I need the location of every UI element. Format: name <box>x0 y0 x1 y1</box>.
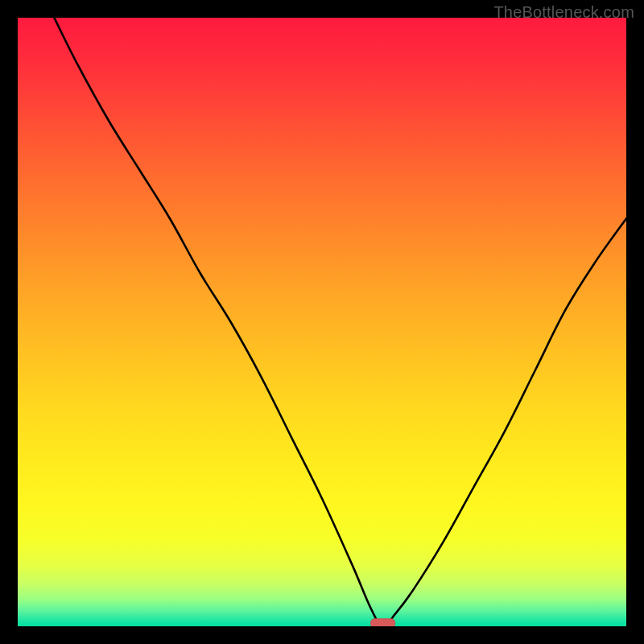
bottleneck-curve <box>54 18 626 626</box>
plot-area <box>18 18 626 626</box>
minimum-marker <box>370 619 394 626</box>
watermark-text: TheBottleneck.com <box>493 3 634 22</box>
curve-layer <box>18 18 626 626</box>
chart-frame: TheBottleneck.com <box>0 0 644 644</box>
